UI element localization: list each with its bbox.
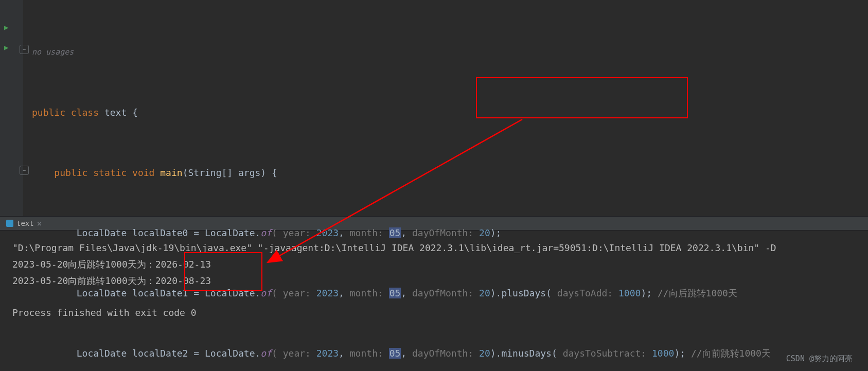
run-config-icon: [6, 220, 13, 227]
watermark: CSDN @努力的阿亮: [786, 354, 853, 364]
usages-hint: no usages: [32, 42, 868, 62]
editor-gutter: ▶ ▶ − −: [0, 0, 23, 216]
fold-icon[interactable]: −: [20, 45, 29, 54]
code-content[interactable]: no usages public class text { public sta…: [32, 0, 868, 371]
run-class-icon[interactable]: ▶: [4, 23, 8, 31]
tab-label: text: [16, 219, 34, 227]
code-editor[interactable]: ▶ ▶ − − no usages public class text { pu…: [0, 0, 868, 216]
fold-icon[interactable]: −: [20, 166, 29, 175]
run-main-icon[interactable]: ▶: [4, 43, 8, 51]
